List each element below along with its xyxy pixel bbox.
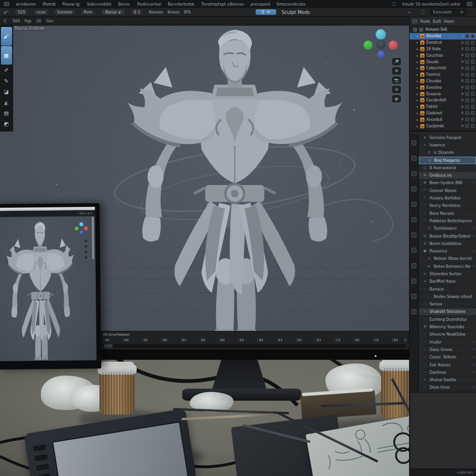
frame-tick[interactable]: 83	[392, 338, 398, 342]
properties-row[interactable]: ∴ Senise	[419, 301, 476, 308]
outliner-row[interactable]: ➤ ▦ Dissidet 0	[410, 33, 476, 40]
axis-right-red-icon[interactable]	[84, 226, 88, 231]
outliner-row[interactable]: ➤ ▦ Cocsbrdelt 0	[410, 97, 476, 104]
viewport-nav-button[interactable]: 🔎	[392, 58, 401, 65]
viewport-header-item[interactable]: figs	[25, 19, 32, 23]
outliner-menu-item[interactable]: Eolli	[433, 19, 441, 24]
viewport-nav-button[interactable]: ▦	[392, 95, 401, 102]
outliner-icon[interactable]	[412, 19, 417, 23]
sculpt-tool[interactable]: ▤	[1, 108, 12, 118]
tab-icon[interactable]	[411, 171, 416, 176]
properties-row[interactable]: ◠ Kosny Rendsess	[419, 202, 476, 210]
frame-tick[interactable]: 03	[142, 338, 148, 342]
outliner-row[interactable]: ➤ ▦ Feblet 0	[410, 104, 476, 110]
menu-item[interactable]: Bervdertodok	[168, 2, 195, 7]
sculpt-tool[interactable]: ◩	[1, 119, 12, 129]
toolbar-item[interactable]: Kevese	[149, 10, 163, 14]
visibility-icon[interactable]	[465, 92, 469, 96]
visibility-icon[interactable]	[465, 66, 469, 70]
snap-icon[interactable]: ⤷	[408, 10, 410, 15]
symmetry-toggle[interactable]: 8:3	[131, 9, 144, 15]
outliner-menu-item[interactable]: Hoen	[444, 19, 454, 24]
nav-button[interactable]	[84, 239, 88, 243]
render-icon[interactable]	[471, 99, 475, 102]
properties-row[interactable]: ∿ Shabokt Sdciutoes	[419, 308, 476, 316]
tab-icon[interactable]	[411, 217, 416, 222]
tab-icon[interactable]	[411, 232, 416, 238]
menu-item[interactable]: wrvdesion	[16, 2, 36, 7]
properties-row[interactable]: ∨ Nelson Wooo bscretoort	[419, 255, 476, 263]
frame-tick[interactable]: 83	[315, 338, 321, 342]
frame-tick[interactable]: 83	[181, 338, 186, 342]
chevron-down-icon[interactable]: ⌄	[470, 20, 473, 23]
toolbar-item[interactable]: Soketes	[53, 9, 75, 15]
frame-tick[interactable]: 80	[219, 338, 225, 342]
render-icon[interactable]	[471, 105, 475, 109]
tab-icon[interactable]	[411, 140, 416, 145]
tab-icon[interactable]	[411, 309, 416, 314]
render-icon[interactable]	[471, 60, 475, 64]
outliner-row[interactable]: ➤ ▦ 16 Itate 0	[410, 46, 476, 53]
visibility-icon[interactable]	[465, 99, 469, 102]
axis-bottom-blue-icon[interactable]	[80, 231, 84, 234]
frame-tick[interactable]: C0	[373, 338, 378, 342]
axis-center-icon[interactable]	[376, 40, 386, 49]
outliner-row[interactable]: ➤ ▦ Eoestrut 0	[410, 40, 476, 46]
axis-bottom-blue-icon[interactable]	[377, 51, 385, 58]
toolbar-item[interactable]: Rom	[80, 9, 96, 15]
viewport-nav-button[interactable]: 📷	[392, 77, 401, 84]
sculpt-tool[interactable]: ◭	[1, 97, 12, 107]
outliner-row[interactable]: ➤ ▦ Glebired 0	[410, 110, 476, 117]
sculpt-tool[interactable]: ◪	[1, 86, 12, 97]
tab-icon[interactable]	[411, 186, 416, 192]
nav-button[interactable]	[84, 250, 88, 254]
sculpt-tool[interactable]: ✎	[1, 76, 12, 86]
toolbar-item[interactable]: Knees	[168, 10, 180, 14]
properties-row[interactable]: s Isewnce	[419, 141, 476, 149]
render-icon[interactable]	[471, 66, 475, 70]
menu-item[interactable]: IRotett	[42, 2, 55, 7]
menu-item[interactable]: Sobcrvnddei	[87, 2, 112, 7]
secondary-scrollbar[interactable]	[92, 217, 94, 259]
properties-row[interactable]: ✕ Senisios Fasspot	[419, 134, 476, 141]
tab-icon[interactable]	[411, 202, 416, 207]
visibility-icon[interactable]	[465, 79, 469, 83]
axis-top-cyan-icon[interactable]	[376, 29, 386, 40]
menu-item[interactable]: Rodivcorleai	[137, 2, 161, 7]
menu-item[interactable]: Berse:	[118, 2, 131, 7]
properties-row[interactable]: ∴ Sheecre NewtSdse	[419, 331, 476, 338]
brush-dropdown[interactable]: Berse ▼	[101, 9, 125, 15]
workspace-icon[interactable]	[467, 2, 472, 6]
chevron-right-icon[interactable]: ›	[473, 249, 474, 253]
viewport-nav-button[interactable]: ⊞	[392, 86, 401, 93]
nav-button[interactable]	[84, 256, 88, 259]
frame-tick[interactable]: 00	[354, 338, 359, 342]
properties-row[interactable]: ≽ Betes Bemoocs Aben ›	[419, 263, 476, 270]
sculpted-character[interactable]	[125, 27, 345, 337]
viewport-header-item[interactable]: Gor·	[46, 19, 54, 23]
chevron-right-icon[interactable]: ›	[473, 226, 474, 231]
axis-left-green-icon[interactable]	[364, 40, 373, 50]
visibility-icon[interactable]	[465, 118, 469, 121]
sculpt-tool-active[interactable]: 🖌	[1, 27, 12, 46]
render-icon[interactable]	[471, 34, 475, 38]
app-logo-icon[interactable]	[4, 2, 9, 6]
viewport-header-item[interactable]: C·	[4, 19, 8, 23]
outliner-row[interactable]: ➤ ▦ Onude 0	[410, 59, 476, 65]
tablet-screen[interactable]	[52, 422, 189, 476]
properties-row[interactable]: ◎ Brej theqarsn	[419, 157, 476, 164]
properties-row[interactable]: 3 Toolobooers ›	[419, 225, 476, 232]
properties-row[interactable]: Z ic Disande	[419, 149, 476, 157]
properties-row[interactable]: ▣ Roosorco ›	[419, 247, 476, 255]
properties-row[interactable]: ≈ BacMist Itaoe	[419, 278, 476, 285]
search-input[interactable]: Eomuwotr ⟳	[430, 9, 467, 15]
render-icon[interactable]	[471, 79, 475, 83]
render-icon[interactable]	[471, 111, 475, 115]
refresh-icon[interactable]: ⟳	[460, 10, 463, 14]
frame-tick[interactable]: 00	[123, 338, 128, 342]
axis-top-cyan-icon[interactable]	[79, 222, 84, 226]
frame-tick[interactable]: 83	[277, 338, 283, 342]
chevron-right-icon[interactable]: ›	[473, 370, 474, 374]
visibility-icon[interactable]	[465, 60, 469, 64]
properties-row[interactable]: # Nbtenny Soenlsbs	[419, 323, 476, 331]
